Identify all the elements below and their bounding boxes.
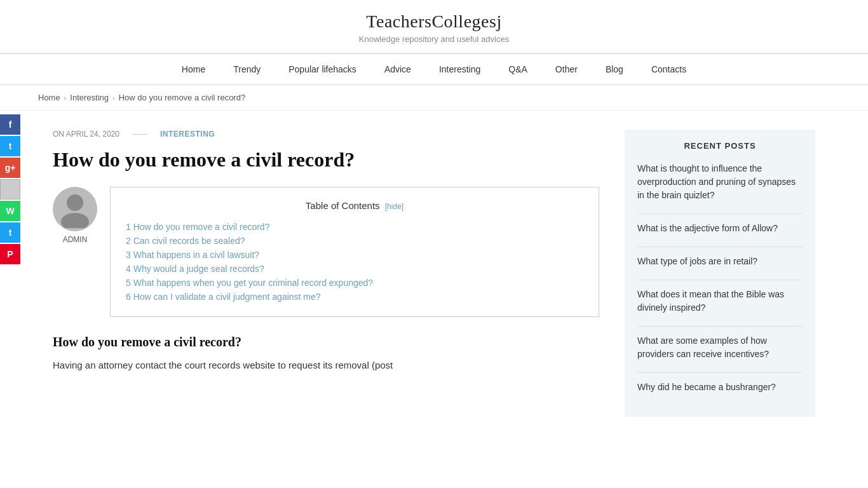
nav-advice[interactable]: Advice (370, 54, 425, 85)
recent-post-6: Why did he became a bushranger? (637, 381, 803, 394)
author-name: ADMIN (63, 235, 88, 244)
author-avatar (53, 187, 97, 231)
toc-item-3[interactable]: 3 What happens in a civil lawsuit? (126, 248, 583, 262)
recent-post-5: What are some examples of how providers … (637, 334, 803, 361)
recent-post-link-2[interactable]: What is the adjective form of Allow? (637, 222, 803, 235)
toc-list: 1 How do you remove a civil record? 2 Ca… (126, 220, 583, 304)
nav-popular-lifehacks[interactable]: Popular lifehacks (275, 54, 370, 85)
author-area: ADMIN Table of Contents [hide] 1 How do … (53, 187, 599, 317)
nav-links: Home Trendy Popular lifehacks Advice Int… (168, 54, 700, 85)
section1-heading: How do you remove a civil record? (53, 335, 599, 349)
linkedin-button[interactable] (0, 179, 20, 200)
recent-post-link-6[interactable]: Why did he became a bushranger? (637, 381, 803, 394)
pinterest-button[interactable]: P (0, 244, 20, 264)
recent-post-link-5[interactable]: What are some examples of how providers … (637, 334, 803, 361)
article-area: ON APRIL 24, 2020 —— INTERESTING How do … (53, 111, 599, 436)
avatar-icon (56, 190, 94, 228)
meta-divider: —— (132, 130, 147, 139)
recent-post-4: What does it mean that the Bible was div… (637, 288, 803, 315)
nav-contacts[interactable]: Contacts (637, 54, 700, 85)
whatsapp-button[interactable]: W (0, 201, 20, 221)
recent-post-1: What is thought to influence the overpro… (637, 162, 803, 202)
site-header: TeachersCollegesj Knowledge repository a… (0, 0, 868, 53)
post-title: How do you remove a civil record? (53, 147, 599, 172)
svg-point-0 (67, 194, 83, 211)
divider-2 (637, 247, 803, 247)
breadcrumb-home[interactable]: Home (38, 93, 60, 102)
recent-posts-title: RECENT POSTS (637, 141, 803, 151)
recent-post-3: What type of jobs are in retail? (637, 255, 803, 268)
recent-post-link-1[interactable]: What is thought to influence the overpro… (637, 162, 803, 202)
breadcrumb: Home › Interesting › How do you remove a… (0, 85, 868, 111)
divider-1 (637, 214, 803, 214)
toc-item-6[interactable]: 6 How can I validate a civil judgment ag… (126, 290, 583, 304)
facebook-button[interactable]: f (0, 114, 20, 135)
recent-posts-box: RECENT POSTS What is thought to influenc… (625, 130, 815, 417)
divider-5 (637, 372, 803, 373)
recent-post-2: What is the adjective form of Allow? (637, 222, 803, 235)
sidebar: RECENT POSTS What is thought to influenc… (625, 111, 815, 436)
nav-interesting[interactable]: Interesting (425, 54, 494, 85)
divider-4 (637, 326, 803, 327)
site-title: TeachersCollegesj (0, 11, 868, 32)
nav-qa[interactable]: Q&A (494, 54, 541, 85)
nav-other[interactable]: Other (541, 54, 592, 85)
toc-item-2[interactable]: 2 Can civil records be sealed? (126, 234, 583, 248)
toc-title: Table of Contents [hide] (126, 200, 583, 211)
google-button[interactable]: g+ (0, 158, 20, 178)
site-tagline: Knowledge repository and useful advices (0, 34, 868, 44)
post-date: ON APRIL 24, 2020 (53, 130, 119, 139)
breadcrumb-category[interactable]: Interesting (70, 93, 109, 102)
social-sidebar: f t g+ W t P (0, 114, 20, 264)
main-container: ON APRIL 24, 2020 —— INTERESTING How do … (21, 111, 847, 436)
toc-item-5[interactable]: 5 What happens when you get your crimina… (126, 276, 583, 290)
breadcrumb-current: How do you remove a civil record? (119, 93, 245, 102)
main-nav: Home Trendy Popular lifehacks Advice Int… (0, 53, 868, 85)
breadcrumb-sep1: › (64, 94, 67, 102)
section1-text: Having an attorney contact the court rec… (53, 357, 599, 374)
svg-point-1 (61, 213, 89, 228)
nav-home[interactable]: Home (168, 54, 219, 85)
toc-item-4[interactable]: 4 Why would a judge seal records? (126, 262, 583, 276)
recent-post-link-3[interactable]: What type of jobs are in retail? (637, 255, 803, 268)
post-meta: ON APRIL 24, 2020 —— INTERESTING (53, 130, 599, 139)
toc-item-1[interactable]: 1 How do you remove a civil record? (126, 220, 583, 234)
nav-trendy[interactable]: Trendy (219, 54, 275, 85)
post-category[interactable]: INTERESTING (160, 130, 215, 139)
recent-post-link-4[interactable]: What does it mean that the Bible was div… (637, 288, 803, 315)
twitter2-button[interactable]: t (0, 222, 20, 243)
twitter-button[interactable]: t (0, 136, 20, 156)
table-of-contents: Table of Contents [hide] 1 How do you re… (110, 187, 599, 317)
divider-3 (637, 280, 803, 280)
nav-blog[interactable]: Blog (592, 54, 637, 85)
breadcrumb-sep2: › (112, 94, 115, 102)
toc-hide-button[interactable]: [hide] (385, 202, 403, 211)
